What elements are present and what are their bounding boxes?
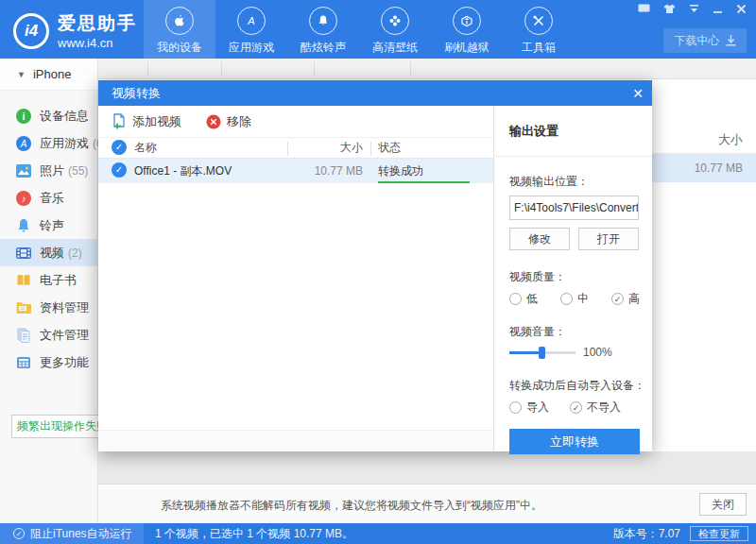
- output-settings-panel: 输出设置 视频输出位置： F:\i4Tools7\Files\ConvertVi…: [493, 106, 652, 451]
- radio-label: 中: [577, 291, 589, 307]
- nav-item-toolbox[interactable]: 工具箱: [503, 0, 575, 59]
- window-controls: [638, 4, 747, 17]
- block-itunes-label: 阻止iTunes自动运行: [30, 526, 132, 542]
- output-location-field[interactable]: F:\i4Tools7\Files\ConvertVideo: [509, 196, 639, 220]
- radio-icon: ✓: [509, 293, 522, 305]
- add-video-icon: [112, 113, 127, 129]
- check-update-button[interactable]: 检查更新: [690, 526, 748, 541]
- file-icon: [15, 327, 32, 344]
- volume-slider[interactable]: [509, 346, 576, 359]
- sidebar-item-label: 资料管理: [40, 299, 89, 316]
- list-footer: [98, 430, 493, 451]
- chevron-down-icon: ▼: [17, 70, 26, 79]
- video-size-cell: 10.77 MB: [295, 159, 363, 183]
- background-fill: [98, 451, 756, 484]
- radio-label: 导入: [526, 400, 549, 416]
- menu-icon[interactable]: [689, 4, 699, 17]
- sidebar-item-videos[interactable]: 视频 (2): [0, 239, 97, 266]
- device-name: iPhone: [33, 67, 71, 81]
- radio-icon: ✓: [570, 401, 582, 414]
- wallpaper-icon: [381, 7, 409, 35]
- progress-bar: [378, 181, 470, 183]
- nav-label: 应用游戏: [229, 40, 274, 56]
- info-icon: i: [15, 108, 32, 125]
- nav-label: 酷炫铃声: [301, 40, 346, 56]
- quality-radio-low[interactable]: ✓ 低: [509, 291, 560, 307]
- sidebar-item-label: 设备信息: [40, 108, 89, 125]
- main-nav: 我的设备 A 应用游戏 酷炫铃声 高清壁纸 刷机越狱: [144, 0, 575, 59]
- add-video-label: 添加视频: [132, 113, 181, 130]
- row-checkbox[interactable]: ✓: [112, 162, 127, 178]
- sidebar-item-label: 文件管理: [40, 327, 89, 344]
- sidebar-item-label: 视频: [40, 245, 64, 262]
- radio-icon: ✓: [611, 293, 624, 305]
- slider-fill: [509, 351, 542, 354]
- sidebar-item-data-management[interactable]: 资料管理: [0, 294, 97, 321]
- volume-label: 视频音量：: [509, 324, 652, 340]
- apple-icon: [165, 7, 194, 35]
- sidebar-item-more-features[interactable]: 更多功能: [0, 348, 97, 376]
- feedback-icon[interactable]: [638, 4, 650, 17]
- ebook-icon: [15, 272, 32, 289]
- open-button[interactable]: 打开: [578, 228, 639, 250]
- quality-radio-medium[interactable]: ✓ 中: [560, 291, 611, 307]
- bell-icon: [309, 7, 337, 35]
- nav-item-apps-games[interactable]: A 应用游戏: [215, 0, 287, 59]
- video-name-cell: Office1 - 副本.MOV: [134, 159, 232, 183]
- quality-radio-high[interactable]: ✓ 高: [611, 291, 640, 307]
- logo-badge-icon: i4: [13, 13, 49, 49]
- modify-button[interactable]: 修改: [509, 228, 570, 250]
- radio-label: 高: [628, 291, 640, 307]
- sidebar-item-apps[interactable]: A 应用游戏 (6): [0, 129, 97, 157]
- video-icon: [15, 245, 32, 262]
- status-tip-text: 系统视频播放器不能解码所有视频，建议您将视频文件导入到“视频应用”中。: [161, 498, 542, 514]
- remove-label: 移除: [227, 113, 251, 130]
- svg-text:i: i: [22, 110, 25, 122]
- sidebar-item-count: (2): [68, 246, 82, 260]
- nav-item-wallpapers[interactable]: 高清壁纸: [359, 0, 431, 59]
- jailbreak-icon: [453, 7, 481, 35]
- sidebar-item-photos[interactable]: 照片 (55): [0, 157, 97, 184]
- nav-item-jailbreak[interactable]: 刷机越狱: [431, 0, 503, 59]
- remove-button[interactable]: 移除: [206, 113, 251, 130]
- select-all-checkbox[interactable]: ✓: [112, 140, 127, 155]
- skin-icon[interactable]: [663, 4, 676, 17]
- sidebar-item-ringtones[interactable]: 铃声: [0, 212, 97, 239]
- slider-handle[interactable]: [539, 347, 545, 359]
- sidebar: ▼ iPhone i 设备信息 A 应用游戏 (6) 照片 (55) ♪ 音乐 …: [0, 59, 98, 529]
- grid-icon: [15, 354, 32, 371]
- block-itunes-toggle[interactable]: ✓ 阻止iTunes自动运行: [0, 523, 144, 544]
- close-button[interactable]: 关闭: [699, 493, 747, 516]
- appstore-icon: A: [15, 135, 32, 152]
- radio-label: 不导入: [587, 400, 621, 416]
- sidebar-item-label: 电子书: [40, 272, 77, 289]
- nav-label: 我的设备: [157, 40, 202, 56]
- convert-now-button[interactable]: 立即转换: [509, 429, 640, 454]
- app-url: www.i4.cn: [58, 36, 137, 50]
- music-icon: ♪: [15, 190, 32, 207]
- column-header-size: 大小: [295, 138, 363, 158]
- device-selector[interactable]: ▼ iPhone: [0, 59, 97, 91]
- dialog-title: 视频转换: [112, 85, 161, 102]
- status-tip-strip: 系统视频播放器不能解码所有视频，建议您将视频文件导入到“视频应用”中。 关闭: [98, 484, 756, 523]
- app-title: 爱思助手: [58, 11, 137, 36]
- close-icon[interactable]: [736, 4, 747, 17]
- sidebar-item-file-management[interactable]: 文件管理: [0, 321, 97, 348]
- sidebar-item-ebooks[interactable]: 电子书: [0, 266, 97, 294]
- download-center-button[interactable]: 下载中心: [663, 28, 747, 53]
- column-header-name: 名称: [134, 138, 157, 158]
- photo-icon: [15, 162, 32, 179]
- add-video-button[interactable]: 添加视频: [112, 113, 181, 130]
- dialog-title-bar: 视频转换 ✕: [98, 80, 652, 106]
- quality-label: 视频质量：: [509, 269, 652, 285]
- svg-text:♪: ♪: [22, 194, 26, 204]
- minimize-icon[interactable]: [713, 4, 723, 17]
- import-radio-yes[interactable]: ✓ 导入: [509, 400, 570, 416]
- nav-item-ringtones[interactable]: 酷炫铃声: [287, 0, 359, 59]
- sidebar-item-device-info[interactable]: i 设备信息: [0, 102, 97, 129]
- dialog-close-icon[interactable]: ✕: [624, 80, 652, 106]
- sidebar-item-music[interactable]: ♪ 音乐: [0, 184, 97, 212]
- table-row[interactable]: ✓ Office1 - 副本.MOV 10.77 MB 转换成功: [98, 159, 493, 183]
- nav-item-my-devices[interactable]: 我的设备: [144, 0, 215, 59]
- import-radio-no[interactable]: ✓ 不导入: [570, 400, 621, 416]
